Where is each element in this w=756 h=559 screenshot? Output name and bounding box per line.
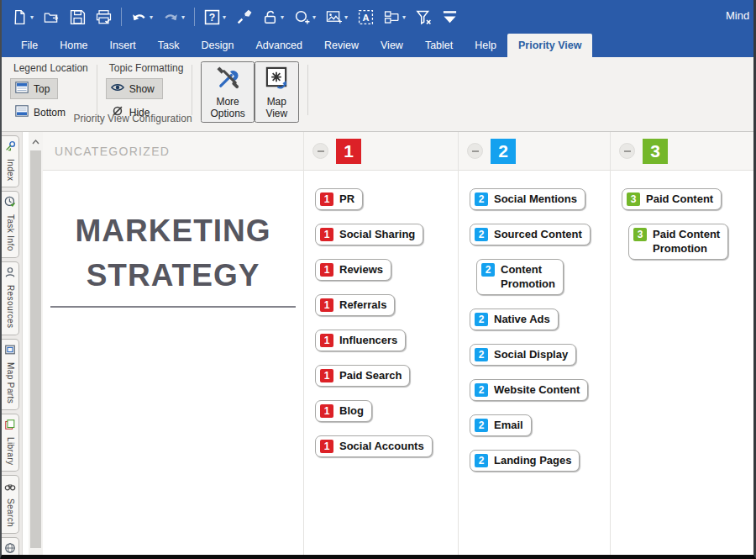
sidebar-tab-label: Resources — [6, 285, 15, 328]
priority-1-badge: 1 — [320, 369, 333, 382]
priority-2-header: 2 — [459, 132, 610, 171]
filter-button[interactable] — [411, 5, 437, 29]
customize-toolbar-icon — [442, 9, 458, 25]
insert-image-button[interactable]: ▾ — [321, 5, 353, 29]
topic-label: Influencers — [339, 333, 397, 347]
priority-3-header: 3 — [611, 132, 753, 171]
sidebar-tab-library[interactable]: Library — [2, 414, 19, 472]
topic-pill[interactable]: 2Sourced Content — [470, 224, 591, 245]
new-document-button[interactable]: ▾ — [7, 5, 39, 29]
app-window: ▾▾▾?▾▾▾▾A▾ Mind FileHomeInsertTaskDesign… — [0, 0, 756, 559]
topic-pill[interactable]: 1Reviews — [315, 259, 391, 281]
sidebar-tab-browser[interactable]: Browser — [2, 537, 19, 559]
topic-label: Social Mentions — [494, 192, 577, 206]
tab-help[interactable]: Help — [464, 34, 507, 57]
legend-top-button[interactable]: Top — [10, 78, 58, 99]
topic-label: Paid Search — [339, 368, 402, 382]
topic-pill[interactable]: 2Social Display — [470, 344, 576, 366]
topic-alignment-icon — [384, 9, 400, 25]
save-button[interactable] — [65, 5, 91, 29]
topic-label: Email — [494, 418, 523, 432]
svg-text:A: A — [363, 12, 370, 22]
priority-3-badge: 3 — [627, 192, 640, 206]
quick-shape-button[interactable]: ▾ — [289, 5, 321, 29]
map-view-label: Map View — [265, 96, 287, 119]
topic-label: Landing Pages — [494, 453, 571, 467]
tab-home[interactable]: Home — [49, 34, 98, 57]
tab-design[interactable]: Design — [190, 34, 244, 57]
tab-review[interactable]: Review — [313, 34, 370, 57]
topic-label: Social Accounts — [339, 439, 424, 453]
central-topic[interactable]: MARKETING STRATEGY — [50, 208, 296, 308]
index-icon — [4, 140, 16, 156]
topic-alignment-button[interactable]: ▾ — [379, 5, 411, 29]
tab-tablet[interactable]: Tablet — [414, 34, 464, 57]
priority-1-header-badge: 1 — [336, 139, 361, 164]
tab-priority-view[interactable]: Priority View — [507, 34, 593, 57]
topic-pill[interactable]: 3Paid Content Promotion — [628, 224, 728, 260]
priority-board: UNCATEGORIZED MARKETING STRATEGY 1 1PR1S… — [43, 132, 753, 555]
help-button[interactable]: ?▾ — [199, 5, 231, 29]
collapse-column-icon[interactable] — [467, 143, 483, 159]
sidebar-tab-search[interactable]: Search — [2, 475, 19, 534]
undo-icon — [131, 9, 147, 25]
topic-pill[interactable]: 1Referrals — [315, 294, 395, 316]
sidebar-tab-map-parts[interactable]: Map Parts — [2, 339, 19, 410]
ribbon-group-label: Priority View Configuration — [10, 113, 255, 124]
tab-advanced[interactable]: Advanced — [244, 34, 313, 57]
content-area: IndexTask InfoResourcesMap PartsLibraryS… — [2, 132, 753, 555]
priority-1-header: 1 — [304, 132, 458, 171]
sidebar-tab-resources[interactable]: Resources — [2, 261, 19, 335]
lock-button[interactable]: ▾ — [257, 5, 289, 29]
priority-1-badge: 1 — [320, 404, 333, 418]
sidebar-tab-index[interactable]: Index — [2, 135, 19, 187]
resources-icon — [4, 266, 16, 282]
topic-pill[interactable]: 2Email — [470, 414, 532, 436]
topic-pill[interactable]: 3Paid Content — [622, 188, 722, 210]
redo-button[interactable]: ▾ — [158, 5, 190, 29]
topic-formatting-label: Topic Formatting — [109, 62, 184, 74]
vertical-scrollbar[interactable] — [29, 132, 43, 555]
tab-task[interactable]: Task — [147, 34, 191, 57]
topic-pill[interactable]: 1Influencers — [315, 330, 406, 351]
collapse-column-icon[interactable] — [312, 143, 328, 159]
print-button[interactable] — [91, 5, 117, 29]
map-parts-icon — [4, 344, 16, 359]
sidebar-tab-task-info[interactable]: Task Info — [2, 191, 19, 258]
priority-2-header-badge: 2 — [491, 139, 516, 164]
sidebar-tab-label: Search — [6, 498, 15, 527]
topic-pill[interactable]: 1Social Sharing — [315, 224, 423, 245]
topic-pill[interactable]: 1Blog — [315, 400, 372, 422]
priority-2-badge: 2 — [475, 348, 488, 361]
topic-pill[interactable]: 2Website Content — [470, 379, 588, 401]
tab-insert[interactable]: Insert — [99, 34, 147, 57]
customize-toolbar-button[interactable] — [437, 5, 463, 29]
open-file-button[interactable] — [39, 5, 65, 29]
scroll-up-icon[interactable] — [32, 132, 39, 148]
topic-formatting-show-button[interactable]: Show — [106, 78, 163, 99]
priority-2-badge: 2 — [475, 419, 488, 432]
topic-pill[interactable]: 1Social Accounts — [315, 435, 433, 457]
topic-pill[interactable]: 1PR — [315, 188, 363, 210]
help-icon: ? — [204, 9, 220, 25]
collapse-column-icon[interactable] — [619, 143, 635, 159]
topic-pill[interactable]: 2Social Mentions — [470, 188, 585, 210]
map-view-button[interactable]: Map View — [255, 61, 299, 123]
select-text-button[interactable]: A — [353, 5, 379, 29]
undo-button[interactable]: ▾ — [126, 5, 158, 29]
format-painter-button[interactable] — [231, 5, 257, 29]
toolbar-separator — [194, 8, 195, 26]
scrollbar-thumb[interactable] — [30, 150, 41, 548]
topic-label: Sourced Content — [494, 227, 582, 241]
task-info-icon — [4, 196, 16, 211]
priority-2-badge: 2 — [475, 454, 488, 467]
topic-pill[interactable]: 2Landing Pages — [470, 450, 580, 472]
topic-pill[interactable]: 2Native Ads — [470, 309, 559, 330]
topic-pill[interactable]: 2Content Promotion — [476, 259, 564, 295]
tab-view[interactable]: View — [370, 34, 414, 57]
eye-icon — [111, 82, 124, 96]
format-painter-icon — [236, 9, 252, 25]
title-bar: ▾▾▾?▾▾▾▾A▾ Mind — [2, 0, 753, 34]
topic-pill[interactable]: 1Paid Search — [315, 365, 410, 387]
tab-file[interactable]: File — [10, 34, 49, 57]
